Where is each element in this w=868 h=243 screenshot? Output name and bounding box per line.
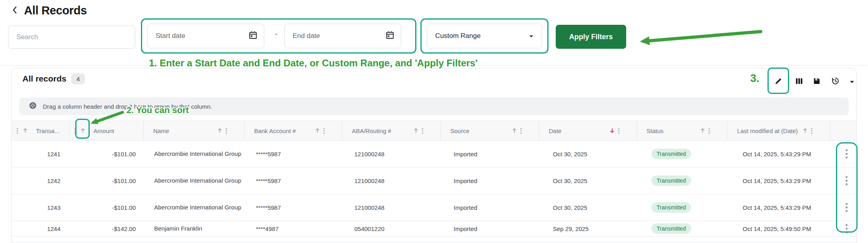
row-actions-button[interactable] (843, 200, 850, 215)
calendar-icon[interactable] (386, 31, 394, 41)
panel-title: All records (22, 74, 66, 84)
cell-name: Benjamin Franklin (145, 221, 246, 236)
start-date-field[interactable] (156, 32, 249, 40)
group-by-icon (29, 102, 37, 111)
annotation-step3: 3. (750, 72, 760, 85)
table-row: 1243-$101.00Abercrombie International Gr… (12, 194, 856, 221)
range-select[interactable]: Custom Range (427, 24, 542, 48)
cell-actions (836, 221, 856, 236)
column-menu-icon[interactable] (74, 127, 76, 134)
calendar-icon[interactable] (249, 31, 257, 41)
column-header-transaction[interactable]: Transa... (12, 121, 69, 140)
row-menu-icon (845, 175, 848, 186)
cell-amount: -$101.00 (69, 167, 145, 194)
cell-last_modified: Oct 14, 2025, 5:43:29 PM (733, 141, 836, 167)
cell-last_modified: Oct 14, 2025, 5:43:29 PM (733, 167, 836, 194)
sort-asc-icon (512, 127, 517, 134)
sort-asc-icon (217, 127, 223, 134)
cell-transaction: 1244 (12, 221, 69, 236)
row-actions-button[interactable] (843, 221, 850, 236)
column-header-date[interactable]: Date (539, 121, 637, 140)
table-body: 1241-$101.00Abercrombie International Gr… (12, 141, 856, 237)
columns-button[interactable] (792, 74, 807, 89)
cell-bank_account: *****5987 (246, 167, 345, 194)
sort-desc-icon (609, 127, 615, 134)
cell-status: Transmitted (642, 141, 733, 167)
cell-source: Imported (444, 221, 543, 236)
cell-source: Imported (444, 141, 543, 167)
column-menu-icon[interactable] (520, 127, 522, 134)
column-menu-icon[interactable] (16, 127, 18, 134)
cell-name: Abercrombie International Group (145, 194, 246, 221)
chevron-left-icon (10, 5, 19, 16)
end-date-input[interactable] (284, 24, 401, 48)
column-menu-icon[interactable] (708, 127, 710, 134)
table-row: 1241-$101.00Abercrombie International Gr… (12, 141, 856, 167)
cell-status: Transmitted (642, 167, 733, 194)
cell-name: Abercrombie International Group (145, 167, 246, 194)
table-header-row: Transa...AmountNameBank Account #ABA/Rou… (12, 121, 856, 141)
cell-transaction: 1243 (12, 194, 69, 221)
sort-asc-icon (315, 127, 320, 134)
save-view-button[interactable] (809, 74, 824, 89)
cell-amount: -$101.00 (69, 194, 145, 221)
cell-actions (836, 141, 856, 167)
sort-asc-icon (80, 127, 86, 134)
column-menu-icon[interactable] (225, 127, 227, 134)
status-badge: Transmitted (651, 202, 691, 213)
cell-aba_routing: 121000248 (345, 141, 444, 167)
annotation-step1: 1. Enter a Start Date and End Date, or C… (149, 58, 478, 69)
cell-transaction: 1241 (12, 141, 69, 167)
cell-date: Oct 30, 2025 (543, 141, 642, 167)
table-row: 1242-$101.00Abercrombie International Gr… (12, 167, 856, 194)
page-title: All Records (24, 4, 87, 17)
row-actions-button[interactable] (843, 173, 850, 188)
row-actions-button[interactable] (843, 146, 850, 161)
column-header-name[interactable]: Name (143, 121, 244, 140)
sort-asc-icon (700, 127, 705, 134)
column-menu-icon[interactable] (811, 127, 813, 134)
column-header-actions (830, 121, 856, 140)
cell-name: Abercrombie International Group (145, 141, 246, 167)
column-header-amount[interactable]: Amount (69, 121, 143, 140)
sort-asc-icon (413, 127, 419, 134)
column-menu-icon[interactable] (422, 127, 424, 134)
columns-icon (796, 78, 803, 86)
table-row: 1244-$142.00Benjamin Franklin****4987054… (12, 221, 856, 237)
annotation-step2: 2. You can sort (127, 105, 189, 116)
history-button[interactable] (828, 74, 843, 89)
apply-filters-button[interactable]: Apply Filters (556, 25, 626, 49)
range-select-value: Custom Range (435, 32, 480, 40)
pencil-icon (774, 77, 782, 86)
search-input[interactable] (8, 26, 135, 49)
row-menu-icon (845, 149, 848, 159)
start-date-input[interactable] (147, 24, 264, 48)
status-badge: Transmitted (651, 149, 691, 159)
cell-amount: -$142.00 (69, 221, 145, 236)
column-header-aba_routing[interactable]: ABA/Routing # (342, 121, 440, 140)
end-date-field[interactable] (293, 32, 386, 40)
status-badge: Transmitted (651, 175, 691, 186)
status-badge: Transmitted (651, 223, 691, 234)
cell-status: Transmitted (642, 221, 733, 236)
cell-actions (836, 194, 856, 221)
more-tools-button[interactable] (844, 74, 860, 89)
column-header-source[interactable]: Source (440, 121, 539, 140)
cell-bank_account: *****5987 (246, 194, 345, 221)
cell-last_modified: Oct 14, 2025, 5:43:29 PM (733, 194, 836, 221)
column-header-bank_account[interactable]: Bank Account # (244, 121, 342, 140)
back-button[interactable] (10, 5, 19, 16)
column-menu-icon[interactable] (618, 127, 620, 134)
cell-source: Imported (444, 167, 543, 194)
records-table: Transa...AmountNameBank Account #ABA/Rou… (12, 121, 856, 237)
cell-bank_account: *****5987 (246, 141, 345, 167)
column-header-last_modified[interactable]: Last modified at (Date) (727, 121, 830, 140)
cell-date: Oct 30, 2025 (543, 194, 642, 221)
column-header-status[interactable]: Status (637, 121, 727, 140)
column-menu-icon[interactable] (323, 127, 325, 134)
cell-amount: -$101.00 (69, 141, 145, 167)
save-icon (813, 78, 820, 86)
chevron-down-icon (529, 32, 534, 40)
edit-view-button[interactable] (771, 74, 786, 89)
page-header: All Records (10, 4, 87, 17)
